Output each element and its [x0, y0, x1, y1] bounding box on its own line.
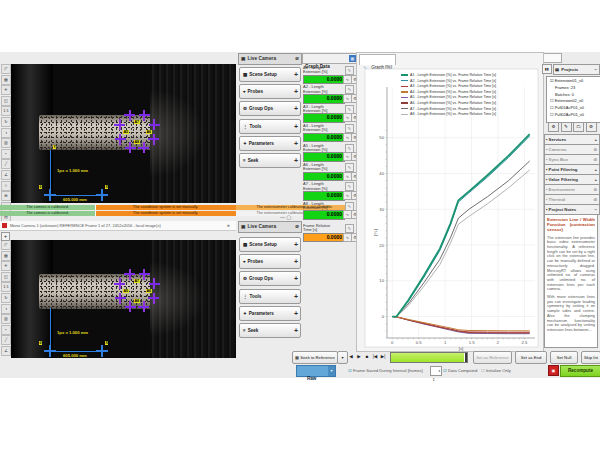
- pan-icon[interactable]: ✛: [1, 261, 11, 271]
- zoom-fit-icon[interactable]: ◱: [1, 272, 11, 282]
- frame-slider[interactable]: [390, 352, 468, 363]
- record-compute-icon[interactable]: ▣: [548, 365, 559, 376]
- settings-icon[interactable]: ⚙: [548, 122, 559, 132]
- live-camera-header-2[interactable]: ▣Live Camera⊘: [238, 221, 302, 233]
- expand-plus-icon[interactable]: +: [294, 154, 298, 167]
- contrast-icon[interactable]: ◑: [1, 128, 11, 138]
- angle-tool-icon[interactable]: ∠: [1, 346, 11, 356]
- expand-plus-icon[interactable]: +: [294, 68, 298, 81]
- seek-to-reference-button[interactable]: ▦ Seek to Reference: [292, 351, 338, 364]
- graph-settings-icon[interactable]: ▦: [349, 55, 356, 62]
- section-state-icon[interactable]: +: [594, 175, 597, 184]
- expand-plus-icon[interactable]: +: [294, 137, 298, 150]
- zoom-fit-icon[interactable]: ◱: [1, 96, 11, 106]
- playback-prev-button[interactable]: ◀: [348, 351, 354, 362]
- accordion-item-scene-setup[interactable]: ▦Scene Setup+: [239, 67, 301, 82]
- accordion-item-parameters[interactable]: ✦Parameters+: [239, 306, 301, 321]
- playback-play-button[interactable]: ▶: [356, 351, 362, 362]
- accordion-item-group-ops[interactable]: ⚙Group Ops+: [239, 101, 301, 116]
- tracking-point-marker[interactable]: [148, 134, 159, 145]
- contrast-icon[interactable]: ◑: [1, 304, 11, 314]
- ruler-icon[interactable]: ⌁: [1, 149, 11, 159]
- accordion-item-probes[interactable]: ⌖Probes+: [239, 84, 301, 99]
- window-controls[interactable]: — ▢: [280, 214, 300, 220]
- rotate-icon[interactable]: ↻: [1, 117, 11, 127]
- section-state-icon[interactable]: +: [594, 165, 597, 174]
- ruler-icon[interactable]: ⌁: [1, 325, 11, 335]
- pause-button[interactable]: ▮▮: [542, 64, 552, 74]
- expand-plus-icon[interactable]: +: [294, 102, 298, 115]
- tree-item[interactable]: ☑ Extension01_v0: [548, 78, 600, 85]
- camera-view-2[interactable]: A7A5A6A8 0 X 1px = 1.000 mm 605.000 mm: [11, 240, 236, 358]
- expand-plus-icon[interactable]: +: [294, 238, 298, 251]
- histogram-icon[interactable]: ▥: [1, 138, 11, 148]
- expand-plus-icon[interactable]: +: [294, 324, 298, 337]
- expand-plus-icon[interactable]: +: [294, 120, 298, 133]
- playback-last-button[interactable]: ▶|: [380, 351, 386, 362]
- tracking-point-marker[interactable]: [139, 269, 150, 280]
- pointer-icon[interactable]: ◸: [1, 64, 11, 74]
- expand-plus-icon[interactable]: +: [294, 85, 298, 98]
- accordion-item-group-ops[interactable]: ⚙Group Ops+: [239, 271, 301, 286]
- section-state-icon[interactable]: ⊘: [593, 145, 597, 154]
- tree-item[interactable]: ☐ Extension02_v0: [548, 98, 600, 105]
- expand-plus-icon[interactable]: +: [294, 290, 298, 303]
- initialize-only-checkbox[interactable]: ☐ Initialize Only: [481, 365, 511, 376]
- data-mode-select[interactable]: Raw ▾: [296, 365, 336, 377]
- tracking-point-marker[interactable]: [138, 142, 149, 153]
- accordion-item-scene-setup[interactable]: ▦Scene Setup+: [239, 237, 301, 252]
- accordion-item-seek[interactable]: ≡Seek+: [239, 323, 301, 338]
- zoom-1to1-icon[interactable]: 1:1: [1, 282, 11, 292]
- slider-handle[interactable]: [465, 353, 468, 362]
- tracking-point-marker[interactable]: [149, 119, 160, 130]
- tree-item[interactable]: Frames: 23: [548, 85, 600, 92]
- select-region-icon[interactable]: ▦: [1, 75, 11, 85]
- accordion-item-seek[interactable]: ≡Seek+: [239, 153, 301, 168]
- chevron-down-icon[interactable]: ▾: [328, 366, 335, 376]
- projects-header[interactable]: ▤ Projects −: [553, 64, 600, 75]
- origin-crosshair[interactable]: [44, 189, 56, 201]
- accordion-item-parameters[interactable]: ✦Parameters+: [239, 136, 301, 151]
- edit-icon[interactable]: ✎: [561, 122, 572, 132]
- collapse-icon[interactable]: »: [227, 221, 230, 230]
- section-state-icon[interactable]: ⊘: [593, 185, 597, 194]
- accordion-item-tools[interactable]: ⋮Tools+: [239, 289, 301, 304]
- section-state-icon[interactable]: ⊘: [593, 155, 597, 164]
- histogram-icon[interactable]: ▥: [1, 314, 11, 324]
- tree-item[interactable]: ☐ Pull01AcP01_v0: [548, 105, 600, 112]
- playback-first-button[interactable]: |◀: [372, 351, 378, 362]
- pan-icon[interactable]: ✛: [1, 85, 11, 95]
- tree-item[interactable]: ☐ Pull02AcP01_v0: [548, 112, 600, 119]
- tree-item[interactable]: Batches: 0: [548, 92, 600, 99]
- graph-tab[interactable]: ∿ Graph [%]: [359, 54, 396, 65]
- camera-view-1[interactable]: A7A5A6A8 Y 0 X 1px = 1.000 mm 605.000 mm: [11, 64, 236, 203]
- point-tool-icon[interactable]: ⊹: [1, 181, 11, 191]
- angle-tool-icon[interactable]: ∠: [1, 170, 11, 180]
- playback-stop-button[interactable]: ■: [364, 351, 370, 362]
- tracking-point-marker[interactable]: [149, 278, 160, 289]
- expand-plus-icon[interactable]: +: [294, 307, 298, 320]
- tracking-point-marker[interactable]: [114, 119, 125, 130]
- line-tool-icon[interactable]: ╱: [1, 335, 11, 345]
- select-region-icon[interactable]: ▦: [1, 251, 11, 261]
- live-camera-header-1[interactable]: ▣Live Camera⊘: [238, 53, 302, 65]
- expand-plus-icon[interactable]: +: [294, 272, 298, 285]
- x-end-crosshair[interactable]: [96, 189, 108, 201]
- button-set-null[interactable]: Set Null: [550, 351, 578, 364]
- button-set-as-end[interactable]: Set as End: [515, 351, 547, 364]
- tracking-point-marker[interactable]: [148, 293, 159, 304]
- origin-crosshair[interactable]: [44, 345, 56, 357]
- detach-icon[interactable]: ⊘: [295, 222, 299, 232]
- section-state-icon[interactable]: ⊘: [593, 195, 597, 204]
- interval-spinner[interactable]: 1 ⬍: [430, 366, 442, 376]
- recompute-button[interactable]: Recompute: [560, 365, 600, 377]
- line-tool-icon[interactable]: ╱: [1, 159, 11, 169]
- section-state-icon[interactable]: +: [594, 135, 597, 144]
- rotate-icon[interactable]: ↻: [1, 293, 11, 303]
- accordion-item-probes[interactable]: ⌖Probes+: [239, 254, 301, 269]
- seek-options-dropdown[interactable]: ▾: [337, 351, 348, 364]
- pointer-icon[interactable]: ◸: [1, 240, 11, 250]
- open-folder-icon[interactable]: 🗀: [573, 122, 584, 132]
- grid-icon[interactable]: ⊞: [1, 191, 11, 201]
- config-icon[interactable]: ⚙: [586, 122, 597, 132]
